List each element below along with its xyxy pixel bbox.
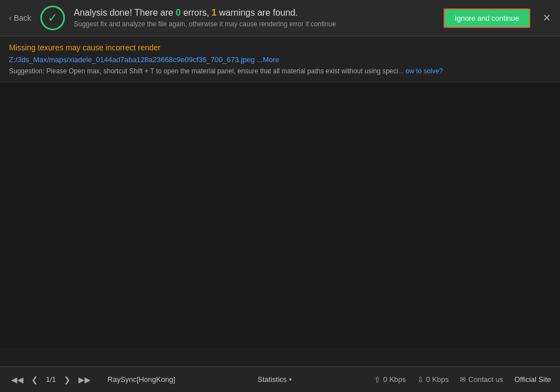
errors-count: 0 bbox=[176, 8, 181, 17]
upload-value: 0 Kbps bbox=[383, 375, 405, 384]
header-left: ‹ Back ✓ Analysis done! There are 0 erro… bbox=[9, 6, 336, 30]
suggestion-text: Suggestion: Please Open max, shortcut Sh… bbox=[9, 67, 404, 75]
download-bandwidth: ⇩ 0 Kbps bbox=[417, 375, 449, 384]
nav-first-button[interactable]: ◀◀ bbox=[9, 374, 26, 385]
back-label: Back bbox=[14, 13, 31, 22]
back-chevron-icon: ‹ bbox=[9, 13, 12, 22]
footer-left: ◀◀ ❮ 1/1 ❯ ▶▶ RaySync[HongKong] bbox=[9, 374, 175, 385]
statistics-label: Statistics bbox=[258, 375, 287, 384]
checkmark-icon: ✓ bbox=[48, 11, 58, 25]
ignore-continue-button[interactable]: Ignore and continue bbox=[444, 8, 530, 28]
nav-prev-button[interactable]: ❮ bbox=[29, 374, 40, 385]
upload-icon: ⇧ bbox=[374, 375, 381, 384]
footer-right: ⇧ 0 Kbps ⇩ 0 Kbps ✉ Contact us Official … bbox=[374, 375, 551, 384]
title-prefix: Analysis done! There are bbox=[74, 8, 176, 17]
nav-last-button[interactable]: ▶▶ bbox=[76, 374, 93, 385]
main-content bbox=[0, 82, 560, 348]
warnings-label: warnings are found. bbox=[217, 8, 298, 17]
contact-us-button[interactable]: ✉ Contact us bbox=[460, 375, 503, 384]
server-name: RaySync[HongKong] bbox=[108, 375, 175, 384]
warning-path[interactable]: Z:/3ds_Max/maps/xiadele_0144ad7aba128a23… bbox=[9, 55, 551, 64]
warnings-count: 1 bbox=[212, 8, 217, 17]
more-link[interactable]: ...More bbox=[256, 55, 279, 64]
warning-title: Missing texures may cause incorrect rend… bbox=[9, 43, 551, 52]
header: ‹ Back ✓ Analysis done! There are 0 erro… bbox=[0, 0, 560, 36]
success-icon: ✓ bbox=[40, 6, 65, 30]
errors-label: errors, bbox=[181, 8, 212, 17]
footer: ◀◀ ❮ 1/1 ❯ ▶▶ RaySync[HongKong] Statisti… bbox=[0, 366, 560, 392]
contact-icon: ✉ bbox=[460, 375, 466, 384]
warning-path-text: Z:/3ds_Max/maps/xiadele_0144ad7aba128a23… bbox=[9, 55, 255, 64]
chevron-down-icon: ▾ bbox=[289, 376, 292, 382]
upload-bandwidth: ⇧ 0 Kbps bbox=[374, 375, 405, 384]
download-value: 0 Kbps bbox=[426, 375, 449, 384]
header-message: Analysis done! There are 0 errors, 1 war… bbox=[74, 8, 336, 28]
header-title: Analysis done! There are 0 errors, 1 war… bbox=[74, 8, 336, 18]
header-subtitle: Suggest fix and analyze the file again, … bbox=[74, 20, 336, 28]
page-indicator: 1/1 bbox=[46, 375, 56, 384]
warning-suggestion: Suggestion: Please Open max, shortcut Sh… bbox=[9, 67, 551, 75]
official-site-link[interactable]: Official Site bbox=[514, 375, 551, 384]
download-icon: ⇩ bbox=[417, 375, 424, 384]
statistics-button[interactable]: Statistics ▾ bbox=[258, 375, 292, 384]
warning-section: Missing texures may cause incorrect rend… bbox=[0, 36, 560, 82]
back-button[interactable]: ‹ Back bbox=[9, 13, 31, 22]
contact-label: Contact us bbox=[468, 375, 503, 384]
how-to-solve-link[interactable]: ow to solve? bbox=[405, 67, 443, 75]
close-button[interactable]: ✕ bbox=[543, 13, 551, 23]
nav-next-button[interactable]: ❯ bbox=[62, 374, 73, 385]
